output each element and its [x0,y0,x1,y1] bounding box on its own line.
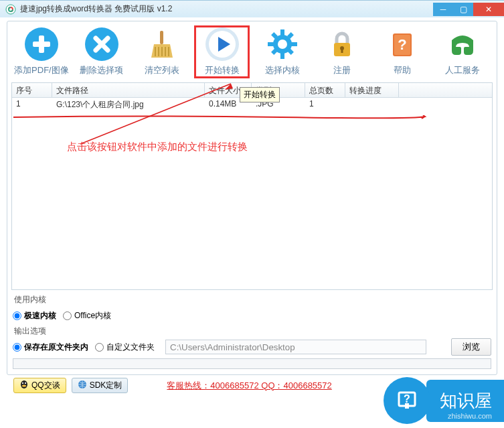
svg-rect-12 [290,42,297,46]
browse-button[interactable]: 浏览 [451,338,491,356]
gear-icon [265,27,300,62]
remove-button[interactable]: 删除选择项 [74,25,129,78]
tooltip: 开始转换 [240,87,280,102]
x-icon [84,27,119,62]
globe-icon [78,380,87,391]
svg-rect-9 [280,29,284,36]
main-panel: 添加PDF/图像 删除选择项 清空列表 开始转换 选择内核 注册 ? 帮助 人工… [7,21,497,375]
output-custom-radio[interactable]: 自定义文件夹 [95,342,155,353]
titlebar: 捷速jpg转换成word转换器 免费试用版 v1.2 ─ ▢ ✕ [0,0,504,17]
watermark-badge: ? 知识屋 zhishiwu.com [384,377,504,424]
output-group-label: 输出选项 [14,326,491,337]
svg-point-0 [6,5,15,14]
broom-icon [145,27,179,62]
watermark-url: zhishiwu.com [448,412,492,420]
output-same-radio[interactable]: 保存在原文件夹内 [13,342,88,353]
engine-fast-radio[interactable]: 极速内核 [13,310,56,322]
svg-text:?: ? [398,36,407,53]
svg-point-26 [25,382,26,384]
close-button[interactable]: ✕ [473,3,504,16]
options: 使用内核 极速内核 Office内核 输出选项 保存在原文件夹内 自定义文件夹 … [13,294,491,356]
svg-rect-11 [268,42,274,46]
add-button[interactable]: 添加PDF/图像 [14,25,69,78]
svg-rect-3 [33,42,50,47]
start-button[interactable]: 开始转换 [194,25,249,78]
output-path-input[interactable] [165,340,426,354]
svg-point-27 [22,385,26,387]
watermark-icon: ? [384,377,430,424]
qq-chat-button[interactable]: QQ交谈 [13,378,66,393]
sdk-button[interactable]: SDK定制 [72,378,129,393]
svg-rect-10 [280,52,284,59]
engine-button[interactable]: 选择内核 [255,25,310,78]
clear-button[interactable]: 清空列表 [135,25,189,78]
svg-rect-20 [341,49,343,53]
window-title: 捷速jpg转换成word转换器 免费试用版 v1.2 [20,3,433,15]
maximize-button[interactable]: ▢ [453,3,473,16]
svg-point-25 [22,382,23,384]
app-icon [5,4,16,15]
svg-point-24 [21,380,27,388]
progress-bar [13,358,491,369]
toolbar: 添加PDF/图像 删除选择项 清空列表 开始转换 选择内核 注册 ? 帮助 人工… [7,24,497,80]
service-button[interactable]: 人工服务 [435,25,490,78]
col-path[interactable]: 文件路径 [52,83,205,97]
window-controls: ─ ▢ ✕ [433,3,504,16]
minimize-button[interactable]: ─ [433,3,453,16]
file-table: 序号 文件路径 文件大小 类型 总页数 转换进度 1 G:\123\个人租房合同… [11,82,493,290]
help-button[interactable]: ? 帮助 [375,25,430,78]
svg-text:?: ? [404,393,410,405]
hotline-link[interactable]: 客服热线：4006685572 QQ：4006685572 [167,380,331,392]
engine-group-label: 使用内核 [14,294,491,305]
svg-rect-5 [160,31,163,44]
engine-office-radio[interactable]: Office内核 [63,310,111,322]
plus-icon [24,27,59,62]
col-pages[interactable]: 总页数 [305,83,345,97]
annotation-text: 点击该按钮对软件中添加的文件进行转换 [67,141,248,153]
phone-icon [445,27,480,62]
col-seq[interactable]: 序号 [12,83,52,97]
svg-point-17 [278,40,287,49]
help-icon: ? [385,27,420,62]
register-button[interactable]: 注册 [315,25,370,78]
play-icon [205,27,240,62]
col-progress[interactable]: 转换进度 [345,83,399,97]
qq-icon [19,380,29,391]
lock-icon [325,27,359,62]
